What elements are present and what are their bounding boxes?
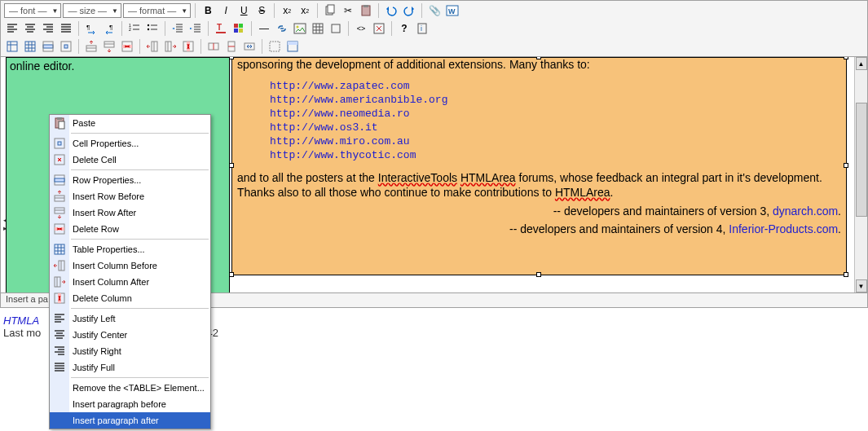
subscript-button[interactable]: x2: [279, 2, 295, 19]
svg-rect-14: [234, 24, 238, 28]
align-right-button[interactable]: [40, 20, 56, 37]
cell-style-button[interactable]: [284, 38, 301, 55]
context-menu-item-label: Insert Column Before: [73, 261, 157, 270]
justify-full-icon: [52, 361, 67, 374]
sponsor-link[interactable]: http://www.miro.com.au: [270, 135, 410, 147]
dynarch-link[interactable]: dynarch.com: [773, 205, 838, 218]
outdent-button[interactable]: [170, 20, 186, 37]
html-source-button[interactable]: <>: [353, 20, 369, 37]
ltr-button[interactable]: ¶: [83, 20, 99, 37]
word-paste-button[interactable]: W: [444, 2, 460, 19]
underline-button[interactable]: U: [236, 2, 252, 19]
context-menu-item[interactable]: Justify Center: [50, 327, 210, 343]
svg-rect-44: [288, 42, 297, 45]
about-button[interactable]: i: [414, 20, 430, 37]
context-menu-item[interactable]: Remove the <TABLE> Element...: [50, 380, 210, 396]
attachment-button[interactable]: 📎: [426, 2, 443, 19]
context-menu-item[interactable]: Cell Properties...: [50, 135, 210, 152]
paste-button[interactable]: [358, 2, 374, 19]
scroll-up-button[interactable]: ▲: [856, 57, 867, 70]
table-button[interactable]: [310, 20, 326, 37]
align-left-button[interactable]: [4, 20, 20, 37]
bg-color-button[interactable]: [231, 20, 247, 37]
image-button[interactable]: [292, 20, 308, 37]
delete-row-button[interactable]: [119, 38, 135, 55]
italic-button[interactable]: I: [218, 2, 234, 19]
context-menu-item[interactable]: Justify Full: [50, 359, 210, 376]
context-menu-item[interactable]: Delete Cell: [50, 152, 210, 168]
context-menu-item[interactable]: Paste: [50, 115, 210, 131]
scroll-thumb[interactable]: [856, 103, 867, 217]
context-menu-item-label: Remove the <TABLE> Element...: [73, 383, 205, 393]
context-menu-item[interactable]: Insert paragraph before: [50, 396, 210, 412]
split-cell-v-button[interactable]: [223, 38, 240, 55]
insert-row-after-button[interactable]: [101, 38, 117, 55]
selection-handle[interactable]: [844, 272, 848, 277]
cell-props-button[interactable]: [58, 38, 74, 55]
text-color-button[interactable]: T: [213, 20, 229, 37]
selection-handle[interactable]: [536, 272, 541, 277]
strike-button[interactable]: S: [253, 2, 270, 19]
unordered-list-button[interactable]: [144, 20, 161, 37]
indent-button[interactable]: [187, 20, 204, 37]
fullscreen-button[interactable]: [371, 20, 387, 37]
rtl-button[interactable]: ¶: [101, 20, 117, 37]
insert-col-before-button[interactable]: [144, 38, 161, 55]
bold-button[interactable]: B: [200, 2, 216, 19]
size-combo[interactable]: — size —▼: [63, 3, 121, 18]
font-combo[interactable]: — font —▼: [4, 3, 61, 18]
justify-left-icon: [52, 312, 67, 325]
table-insert-button[interactable]: [4, 38, 20, 55]
redo-button[interactable]: [401, 2, 417, 19]
help-button[interactable]: ?: [396, 20, 412, 37]
chevron-down-icon: ▼: [112, 7, 118, 15]
context-menu-item[interactable]: Table Properties...: [50, 241, 210, 257]
table-props-button[interactable]: [22, 38, 38, 55]
format-combo[interactable]: — format —▼: [123, 3, 191, 18]
context-menu-item[interactable]: Insert Row After: [50, 205, 210, 221]
selection-handle[interactable]: [536, 57, 541, 59]
sponsor-link[interactable]: http://www.os3.it: [270, 121, 378, 134]
align-center-button[interactable]: [22, 20, 38, 37]
context-menu-item[interactable]: Insert Row Before: [50, 188, 210, 205]
inferior-products-link[interactable]: Inferior-Products.com: [729, 222, 838, 235]
vertical-scrollbar[interactable]: ▲ ▼: [854, 57, 867, 292]
delete-col-button[interactable]: [180, 38, 196, 55]
context-menu-item[interactable]: Delete Row: [50, 221, 210, 237]
insert-col-after-button[interactable]: [162, 38, 178, 55]
context-menu-item[interactable]: Insert Column After: [50, 274, 210, 290]
selection-handle[interactable]: [844, 57, 848, 59]
copy-button[interactable]: [322, 2, 338, 19]
undo-button[interactable]: [383, 2, 399, 19]
context-menu-item[interactable]: Justify Left: [50, 310, 210, 327]
chevron-down-icon: ▼: [181, 7, 187, 15]
sponsor-link[interactable]: http://www.americanbible.org: [270, 94, 447, 106]
toggle-borders-button[interactable]: [267, 38, 283, 55]
cut-button[interactable]: ✂: [340, 2, 356, 19]
sponsor-link[interactable]: http://www.thycotic.com: [270, 149, 416, 161]
superscript-button[interactable]: x2: [297, 2, 313, 19]
context-menu[interactable]: PasteCell Properties...Delete CellRow Pr…: [49, 114, 211, 429]
merge-cells-button[interactable]: [241, 38, 258, 55]
context-menu-item[interactable]: Delete Column: [50, 290, 210, 306]
link-button[interactable]: [274, 20, 290, 37]
align-justify-button[interactable]: [58, 20, 74, 37]
scroll-down-button[interactable]: ▼: [856, 279, 867, 292]
sponsor-link[interactable]: http://www.neomedia.ro: [270, 108, 410, 120]
sponsor-link[interactable]: http://www.zapatec.com: [270, 80, 410, 92]
insert-row-before-button[interactable]: [83, 38, 99, 55]
ordered-list-button[interactable]: 12: [126, 20, 143, 37]
context-menu-item[interactable]: Row Properties...: [50, 172, 210, 188]
context-menu-item[interactable]: Insert Column Before: [50, 257, 210, 274]
split-cell-button[interactable]: [205, 38, 222, 55]
row-props-button[interactable]: [40, 38, 56, 55]
context-menu-item[interactable]: Insert paragraph after: [50, 412, 210, 429]
table-cell-right[interactable]: sponsoring the development of additional…: [231, 57, 847, 275]
hr-button[interactable]: —: [256, 20, 272, 37]
checkbox-button[interactable]: [328, 20, 344, 37]
selection-handle[interactable]: [229, 163, 234, 168]
selection-handle[interactable]: [229, 57, 234, 59]
context-menu-item[interactable]: Justify Right: [50, 343, 210, 359]
selection-handle[interactable]: [844, 163, 848, 168]
selection-handle[interactable]: [229, 272, 234, 277]
